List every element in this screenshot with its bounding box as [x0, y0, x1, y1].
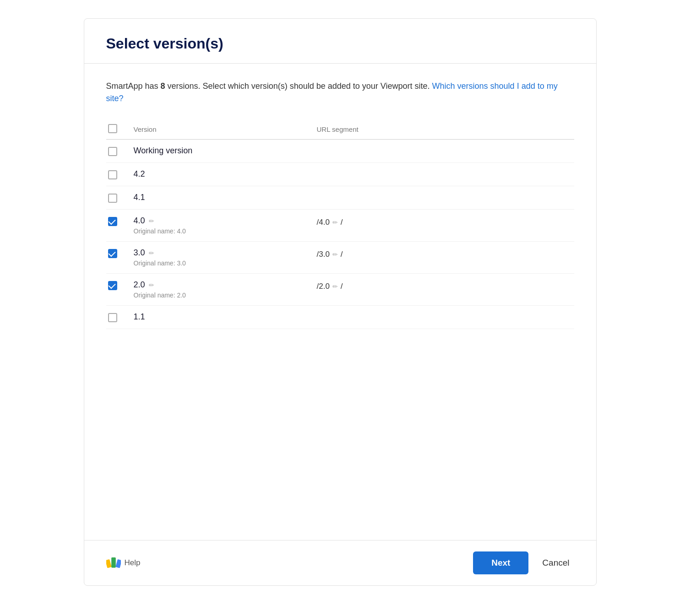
url-suffix: / — [341, 250, 343, 259]
version-label: 2.0 — [134, 280, 145, 290]
page-title: Select version(s) — [106, 35, 574, 52]
version-label: 4.1 — [134, 193, 145, 202]
version-count: 8 — [161, 81, 165, 91]
edit-url-icon[interactable]: ✏ — [332, 219, 338, 226]
description-suffix: versions. Select which version(s) should… — [165, 81, 432, 91]
version-label: 1.1 — [134, 312, 145, 322]
row-checkbox-4.1[interactable] — [108, 194, 117, 203]
version-label: 4.0 — [134, 216, 145, 226]
svg-rect-2 — [115, 559, 121, 568]
version-label: 3.0 — [134, 248, 145, 258]
modal-header: Select version(s) — [84, 19, 596, 64]
col-version-header: Version — [134, 125, 157, 133]
edit-url-icon[interactable]: ✏ — [332, 251, 338, 258]
cancel-button[interactable]: Cancel — [538, 551, 574, 574]
modal-footer: Help Next Cancel — [84, 540, 596, 585]
edit-version-icon[interactable]: ✏ — [149, 249, 154, 257]
row-checkbox-4.2[interactable] — [108, 170, 117, 179]
version-label: Working version — [134, 146, 193, 156]
svg-rect-1 — [111, 557, 116, 567]
footer-actions: Next Cancel — [473, 551, 574, 574]
modal-container: Select version(s) SmartApp has 8 version… — [84, 18, 597, 586]
description-prefix: SmartApp has — [106, 81, 161, 91]
url-segment-cell: /2.0 ✏ / — [317, 280, 569, 291]
url-segment-cell: /4.0 ✏ / — [317, 216, 569, 227]
help-label: Help — [125, 558, 141, 567]
table-row: 4.1 — [106, 186, 574, 210]
svg-rect-0 — [106, 559, 112, 568]
url-segment-cell: /3.0 ✏ / — [317, 248, 569, 259]
next-button[interactable]: Next — [473, 551, 528, 574]
col-url-header: URL segment — [317, 125, 359, 133]
table-row: 4.2 — [106, 163, 574, 186]
version-label: 4.2 — [134, 169, 145, 179]
table-row: Working version — [106, 140, 574, 163]
row-checkbox-1.1[interactable] — [108, 313, 117, 322]
version-original-name: Original name: 3.0 — [134, 259, 306, 267]
url-segment-text: /4.0 — [317, 218, 330, 227]
version-original-name: Original name: 4.0 — [134, 227, 306, 235]
modal-body: SmartApp has 8 versions. Select which ve… — [84, 64, 596, 540]
row-checkbox-working[interactable] — [108, 147, 117, 156]
description-text: SmartApp has 8 versions. Select which ve… — [106, 80, 574, 105]
row-checkbox-3.0[interactable] — [108, 249, 117, 258]
row-checkbox-4.0[interactable] — [108, 217, 117, 226]
versions-table: Version URL segment Working version4.24.… — [106, 119, 574, 329]
edit-version-icon[interactable]: ✏ — [149, 217, 154, 225]
table-row: 1.1 — [106, 306, 574, 329]
url-suffix: / — [341, 282, 343, 291]
row-checkbox-2.0[interactable] — [108, 281, 117, 290]
help-logo-icon — [106, 557, 121, 569]
help-link[interactable]: Help — [106, 557, 141, 569]
version-original-name: Original name: 2.0 — [134, 292, 306, 299]
edit-version-icon[interactable]: ✏ — [149, 281, 154, 289]
table-row: 4.0✏Original name: 4.0/4.0 ✏ / — [106, 210, 574, 242]
url-suffix: / — [341, 218, 343, 227]
table-row: 2.0✏Original name: 2.0/2.0 ✏ / — [106, 274, 574, 306]
url-segment-text: /2.0 — [317, 282, 330, 291]
edit-url-icon[interactable]: ✏ — [332, 283, 338, 290]
select-all-checkbox[interactable] — [108, 124, 117, 133]
table-row: 3.0✏Original name: 3.0/3.0 ✏ / — [106, 242, 574, 274]
url-segment-text: /3.0 — [317, 250, 330, 259]
